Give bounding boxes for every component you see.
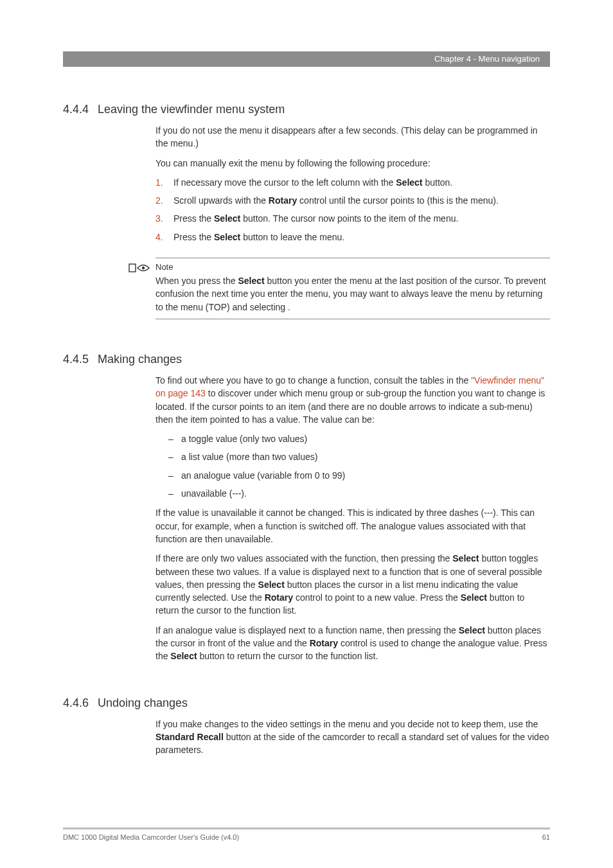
text-run: to discover under which menu group or su… (155, 388, 545, 425)
text-run: Scroll upwards with the (173, 195, 269, 206)
list-item: 2. Scroll upwards with the Rotary contro… (155, 194, 550, 207)
paragraph: If you do not use the menu it disappears… (155, 124, 550, 150)
text-run: menu.) (170, 138, 199, 148)
paragraph: If there are only two values associated … (155, 552, 550, 617)
section-4-4-5: 4.4.5 Making changes To find out where y… (63, 353, 550, 663)
step-text: Press the Select button to leave the men… (173, 231, 550, 244)
note-icon (129, 262, 150, 276)
step-number: 4. (155, 231, 173, 244)
body-block: To find out where you have to go to chan… (155, 374, 550, 663)
heading-number: 4.4.6 (63, 696, 98, 710)
step-number: 1. (155, 176, 173, 189)
page-footer: DMC 1000 Digital Media Camcorder User's … (63, 828, 550, 841)
text-run: If you make changes to the video setting… (155, 719, 538, 729)
note-title: Note (155, 262, 550, 272)
bullet-dash: – (168, 469, 181, 482)
bold-select: Select (238, 276, 264, 286)
bold-select: Select (170, 651, 197, 661)
paragraph: If you make changes to the video setting… (155, 718, 550, 757)
bullet-dash: – (168, 450, 181, 463)
text-run: button. The cursor now points to the (240, 213, 389, 224)
bullet-text: a toggle value (only two values) (181, 432, 307, 445)
bullet-dash: – (168, 487, 181, 500)
heading-row: 4.4.6 Undoing changes (63, 696, 550, 710)
bold-standard-recall: Standard Recall (155, 732, 224, 742)
bold-select: Select (452, 553, 479, 563)
text-run: button you enter the (265, 276, 350, 286)
page: Chapter 4 - Menu navigation 4.4.4 Leavin… (0, 0, 613, 868)
bold-select: Select (459, 625, 485, 635)
list-item: –a list value (more than two values) (155, 450, 550, 463)
paragraph: If the value is unavailable it cannot be… (155, 506, 550, 545)
text-run: (this is the (427, 195, 471, 206)
chapter-header-text: Chapter 4 - Menu navigation (434, 54, 540, 64)
step-text: Scroll upwards with the Rotary control u… (173, 194, 550, 207)
list-item: –unavailable (---). (155, 487, 550, 500)
list-item: –an analogue value (variable from 0 to 9… (155, 469, 550, 482)
heading-row: 4.4.5 Making changes (63, 353, 550, 366)
paragraph: If an analogue value is displayed next t… (155, 624, 550, 663)
bullet-text: unavailable (---). (181, 487, 247, 500)
bold-rotary: Rotary (310, 638, 338, 648)
note-text: When you press the Select button you ent… (155, 274, 550, 314)
heading-row: 4.4.4 Leaving the viewfinder menu system (63, 103, 550, 116)
list-item: 4. Press the Select button to leave the … (155, 231, 550, 244)
bold-select: Select (258, 580, 285, 590)
text-run: control to point to a new value. Press t… (293, 592, 461, 603)
footer-doc-title: DMC 1000 Digital Media Camcorder User's … (63, 833, 239, 841)
paragraph: To find out where you have to go to chan… (155, 374, 550, 426)
paragraph: You can manually exit the menu by follow… (155, 157, 550, 170)
heading-number: 4.4.4 (63, 103, 98, 116)
text-run: Press the (173, 213, 214, 224)
bullet-list: –a toggle value (only two values) –a lis… (155, 432, 550, 500)
body-block: If you make changes to the video setting… (155, 718, 550, 757)
text-run: If there are only two values associated … (155, 553, 452, 563)
body-block: If you do not use the menu it disappears… (155, 124, 550, 244)
svg-rect-0 (129, 264, 136, 272)
text-run: button to return the cursor to the funct… (197, 651, 378, 661)
heading-title: Leaving the viewfinder menu system (98, 103, 285, 116)
bold-select: Select (214, 213, 240, 224)
bullet-text: a list value (more than two values) (181, 450, 317, 463)
text-run: menu (TOP) and selecting (181, 302, 288, 312)
list-item: –a toggle value (only two values) (155, 432, 550, 445)
text-run: When you press the (155, 276, 238, 286)
text-run: item of the (389, 213, 433, 224)
text-run: If an analogue value is displayed next t… (155, 625, 459, 635)
text-run: control until the cursor points to (297, 195, 427, 206)
text-run: menu). (470, 195, 499, 206)
list-item: 1. If necessary move the cursor to the l… (155, 176, 550, 189)
text-run: menu. (433, 213, 458, 224)
bold-rotary: Rotary (269, 195, 297, 206)
text-run: Press the (173, 232, 214, 242)
bold-select: Select (214, 232, 240, 242)
heading-number: 4.4.5 (63, 353, 98, 366)
text-run: If you do not use the menu it disappears… (155, 125, 538, 148)
footer-page-number: 61 (542, 833, 550, 841)
step-text: Press the Select button. The cursor now … (173, 212, 550, 225)
text-run: If necessary move the cursor to the left… (173, 177, 396, 188)
step-number: 3. (155, 212, 173, 225)
chapter-header-bar: Chapter 4 - Menu navigation (63, 51, 550, 67)
bold-select: Select (396, 177, 422, 188)
section-4-4-4: 4.4.4 Leaving the viewfinder menu system… (63, 103, 550, 319)
svg-point-1 (142, 267, 145, 269)
text-run: menu. (319, 232, 344, 242)
bullet-text: an analogue value (variable from 0 to 99… (181, 469, 345, 482)
bold-select: Select (461, 592, 487, 603)
heading-title: Making changes (98, 353, 182, 366)
note-block: Note When you press the Select button yo… (155, 258, 550, 319)
text-run: button to leave the (240, 232, 319, 242)
step-number: 2. (155, 194, 173, 207)
text-run: button. (423, 177, 453, 188)
text-run: . (288, 302, 290, 312)
section-4-4-6: 4.4.6 Undoing changes If you make change… (63, 696, 550, 757)
bold-rotary: Rotary (265, 592, 293, 603)
text-run: To find out where you have to go to chan… (155, 375, 471, 385)
list-item: 3. Press the Select button. The cursor n… (155, 212, 550, 225)
heading-title: Undoing changes (98, 696, 188, 710)
ordered-list: 1. If necessary move the cursor to the l… (155, 176, 550, 244)
bullet-dash: – (168, 432, 181, 445)
step-text: If necessary move the cursor to the left… (173, 176, 550, 189)
